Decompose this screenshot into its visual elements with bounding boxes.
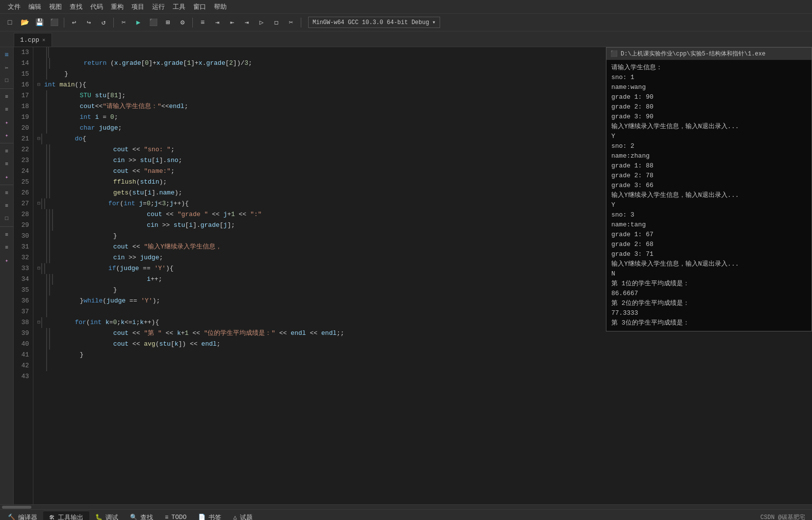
- sidebar-icon-6[interactable]: ✦: [1, 116, 13, 128]
- fold-38[interactable]: ⊟: [37, 317, 40, 328]
- bottom-tab-test-label: 试题: [240, 513, 253, 520]
- bottom-tab-debug-label: 调试: [105, 513, 118, 520]
- menu-window[interactable]: 窗口: [189, 1, 210, 12]
- bottom-tab-bookmark-label: 书签: [209, 513, 221, 520]
- console-line-24: 86.6667: [611, 289, 807, 299]
- fold-27[interactable]: ⊟: [37, 198, 40, 209]
- toolbar-grid[interactable]: ⊞: [161, 16, 175, 29]
- file-tab-cpp[interactable]: 1.cpp ×: [14, 33, 52, 47]
- bottom-tab-search-label: 查找: [140, 513, 153, 520]
- sidebar-icon-8[interactable]: ≡: [1, 145, 13, 157]
- sep-2: [113, 18, 114, 27]
- debug-icon: 🐛: [95, 514, 103, 520]
- toolbar-redo[interactable]: ↪: [82, 16, 96, 29]
- horizontal-scrollbar[interactable]: [0, 504, 812, 509]
- console-line-21: N: [611, 269, 807, 279]
- console-line-22: 第 1位的学生平均成绩是：: [611, 279, 807, 289]
- bottom-tab-bookmark[interactable]: 📄 书签: [192, 511, 227, 520]
- toolbar-new[interactable]: □: [3, 16, 17, 29]
- fold-16[interactable]: ⊟: [37, 80, 40, 90]
- linenum-13: 13: [14, 47, 29, 58]
- bottom-tab-compiler-label: 编译器: [18, 513, 37, 520]
- sidebar-sep-2: [0, 143, 13, 143]
- bottom-tab-test[interactable]: △ 试题: [227, 511, 258, 520]
- toolbar-save[interactable]: 💾: [32, 16, 46, 29]
- toolbar-indent[interactable]: ⇥: [210, 16, 224, 29]
- build-config[interactable]: MinGW-w64 GCC 10.3.0 64-bit Debug ▾: [308, 17, 440, 28]
- toolbar-align[interactable]: ⇥: [240, 16, 254, 29]
- menu-refactor[interactable]: 重构: [107, 1, 128, 12]
- linenum-36: 36: [14, 296, 29, 306]
- console-output-popup: ⬛ D:\上机课实验作业\cpp\实验5-结构体和指针\1.exe 请输入学生信…: [606, 47, 812, 331]
- menu-edit[interactable]: 编辑: [25, 1, 45, 12]
- console-line-18: grade 2: 68: [611, 240, 807, 249]
- menu-file[interactable]: 文件: [4, 1, 25, 12]
- toolbar-open[interactable]: 📂: [18, 16, 31, 29]
- console-line-13: 输入Y继续录入学生信息，输入N退出录入...: [611, 191, 807, 200]
- sidebar-icon-10[interactable]: ✦: [1, 171, 13, 183]
- sidebar-icon-15[interactable]: ≡: [1, 242, 13, 253]
- console-line-12: grade 3: 66: [611, 181, 807, 191]
- bottom-tab-search[interactable]: 🔍 查找: [124, 511, 159, 520]
- linenum-14: 14: [14, 58, 29, 69]
- sidebar-icon-14[interactable]: ≡: [1, 229, 13, 241]
- linenum-24: 24: [14, 166, 29, 177]
- menu-tools[interactable]: 工具: [169, 1, 189, 12]
- toolbar-options[interactable]: ⚙: [176, 16, 189, 29]
- menu-find[interactable]: 查找: [66, 1, 86, 12]
- editor-area: 13 14 15 16 17 18 19 20 21 22 23 24 25 2…: [14, 47, 812, 504]
- linenum-32: 32: [14, 252, 29, 263]
- linenum-30: 30: [14, 231, 29, 242]
- console-line-2: name:wang: [611, 82, 807, 92]
- bottom-tab-todo[interactable]: ≡ TODO: [159, 511, 192, 520]
- console-line-25: 第 2位的学生平均成绩是：: [611, 299, 807, 308]
- sidebar-icon-2[interactable]: ✂: [1, 62, 13, 74]
- fold-21[interactable]: ⊟: [37, 134, 40, 144]
- bottom-tab-compiler[interactable]: 🔨 编译器: [2, 511, 43, 520]
- sidebar-icon-4[interactable]: ≡: [1, 91, 13, 103]
- toolbar-debug[interactable]: ⬛: [146, 16, 160, 29]
- sep-4: [301, 18, 301, 27]
- linenum-20: 20: [14, 123, 29, 134]
- linenum-33: 33: [14, 263, 29, 274]
- menu-help[interactable]: 帮助: [210, 1, 231, 12]
- toolbar: □ 📂 💾 ⬛ ↩ ↪ ↺ ✂ ▶ ⬛ ⊞ ⚙ ≡ ⇥ ⇤ ⇥ ▷ ◻ ✂ Mi…: [0, 14, 812, 31]
- bottom-tab-debug[interactable]: 🐛 调试: [89, 511, 124, 520]
- bottom-tab-tools[interactable]: 🛠 工具输出: [43, 511, 89, 520]
- menu-code[interactable]: 代码: [86, 1, 107, 12]
- toolbar-run[interactable]: ▶: [131, 16, 145, 29]
- toolbar-scissors2[interactable]: ✂: [284, 16, 298, 29]
- sidebar-icon-7[interactable]: ✦: [1, 129, 13, 141]
- sidebar-icon-11[interactable]: ≡: [1, 187, 13, 199]
- toolbar-cut[interactable]: ✂: [117, 16, 131, 29]
- sidebar-sep-1: [0, 88, 13, 89]
- sidebar-icon-13[interactable]: □: [1, 213, 13, 224]
- toolbar-stop[interactable]: ◻: [269, 16, 283, 29]
- scrollbar-thumb-h[interactable]: [2, 506, 31, 509]
- test-icon: △: [233, 514, 236, 520]
- sidebar-icon-16[interactable]: ✦: [1, 254, 13, 266]
- menu-run[interactable]: 运行: [148, 1, 169, 12]
- sidebar-icon-5[interactable]: ≡: [1, 104, 13, 115]
- console-line-19: grade 3: 71: [611, 249, 807, 259]
- fold-33[interactable]: ⊟: [37, 263, 40, 274]
- toolbar-play2[interactable]: ▷: [255, 16, 268, 29]
- linenum-16: 16: [14, 80, 29, 90]
- tab-close-btn[interactable]: ×: [42, 37, 46, 43]
- linenum-41: 41: [14, 350, 29, 360]
- toolbar-outdent[interactable]: ⇤: [225, 16, 239, 29]
- toolbar-saveall[interactable]: ⬛: [47, 16, 61, 29]
- config-label: MinGW-w64 GCC 10.3.0 64-bit Debug: [313, 19, 429, 26]
- menu-project[interactable]: 项目: [128, 1, 148, 12]
- menu-view[interactable]: 视图: [45, 1, 66, 12]
- console-line-14: Y: [611, 200, 807, 210]
- sidebar-icon-3[interactable]: □: [1, 75, 13, 86]
- linenum-27: 27: [14, 198, 29, 209]
- toolbar-refresh[interactable]: ↺: [97, 16, 110, 29]
- sidebar-icon-12[interactable]: ≡: [1, 200, 13, 212]
- console-line-4: grade 2: 80: [611, 102, 807, 112]
- toolbar-undo[interactable]: ↩: [67, 16, 81, 29]
- toolbar-format[interactable]: ≡: [196, 16, 210, 29]
- sidebar-icon-1[interactable]: ≡: [1, 49, 13, 61]
- sidebar-icon-9[interactable]: ≡: [1, 158, 13, 170]
